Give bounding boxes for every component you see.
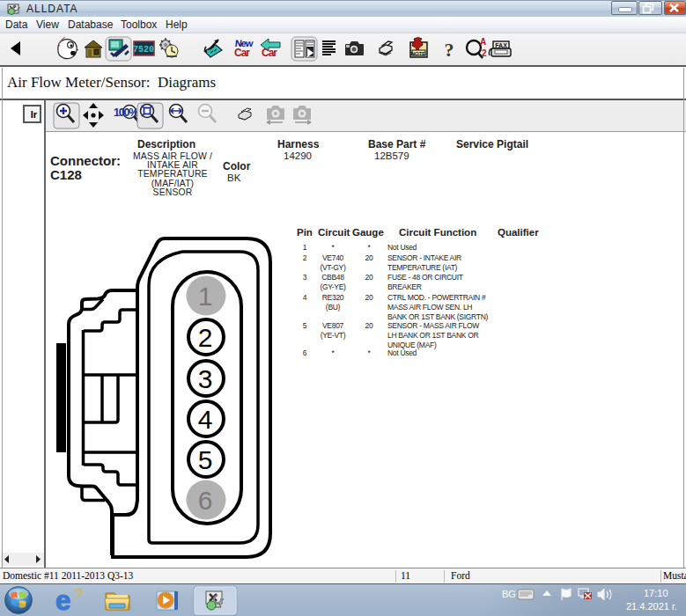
svg-text:?: ? — [445, 39, 454, 61]
svg-text:6: 6 — [198, 486, 213, 515]
svg-text:100%: 100% — [114, 106, 138, 119]
svg-text:5: 5 — [198, 445, 213, 474]
svg-text:A: A — [480, 37, 486, 47]
svg-text:7520: 7520 — [133, 45, 154, 55]
svg-text:1: 1 — [198, 282, 213, 311]
svg-text:3: 3 — [198, 364, 213, 393]
svg-text:21.4.2021 г.: 21.4.2021 г. — [626, 601, 677, 612]
svg-text:17:10: 17:10 — [644, 588, 668, 598]
svg-text:FAX: FAX — [495, 42, 507, 48]
svg-text:e: e — [55, 585, 70, 616]
svg-text:Car: Car — [234, 47, 250, 59]
svg-text:Car: Car — [262, 47, 277, 59]
svg-text:2: 2 — [198, 323, 213, 352]
svg-text:4: 4 — [198, 405, 213, 434]
svg-text:BG: BG — [502, 589, 516, 599]
svg-text:NOTE: NOTE — [411, 51, 426, 56]
svg-text:2: 2 — [482, 48, 487, 58]
